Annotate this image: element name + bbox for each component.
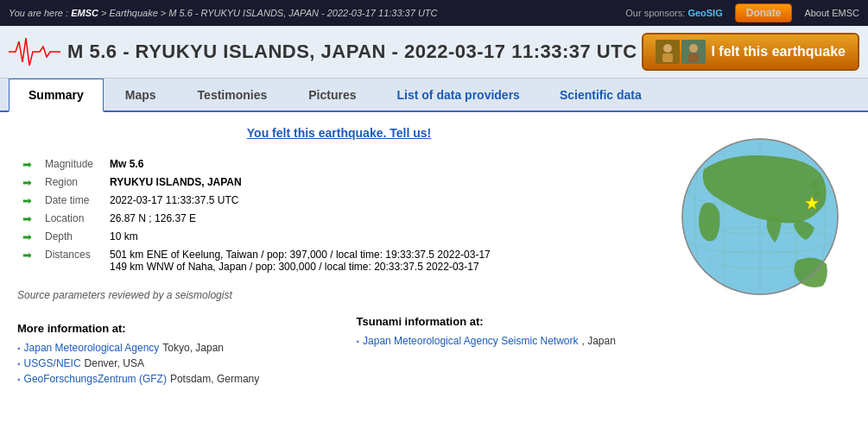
svg-point-1 — [663, 44, 672, 53]
list-item: Japan Meteorological Agency Seismic Netw… — [357, 335, 662, 347]
table-row: Date time 2022-03-17 11:33:37.5 UTC — [17, 192, 496, 210]
topbar-right: Our sponsors: GeoSIG Donate About EMSC — [625, 3, 859, 22]
tab-pictures[interactable]: Pictures — [288, 79, 376, 110]
title-left: M 5.6 - RYUKYU ISLANDS, JAPAN - 2022-03-… — [9, 35, 637, 69]
tab-scientific-data[interactable]: Scientific data — [541, 79, 661, 110]
field-value-depth: 10 km — [105, 228, 496, 246]
gfz-link[interactable]: GeoForschungsZentrum (GFZ) — [24, 373, 167, 385]
breadcrumb-event: M 5.6 - RYUKYU ISLANDS, JAPAN - 2022-03-… — [168, 8, 437, 18]
seismograph-icon — [9, 35, 60, 69]
arrow-icon — [17, 246, 40, 275]
seismologist-note: Source parameters reviewed by a seismolo… — [17, 289, 661, 301]
gfz-suffix: Potsdam, Germany — [170, 373, 259, 385]
jma-link[interactable]: Japan Meteorological Agency — [24, 342, 160, 354]
topbar: You are here : EMSC > Earthquake > M 5.6… — [0, 0, 868, 26]
page-title: M 5.6 - RYUKYU ISLANDS, JAPAN - 2022-03-… — [67, 41, 637, 63]
tab-maps[interactable]: Maps — [105, 79, 176, 110]
usgs-suffix: Denver, USA — [85, 357, 144, 369]
about-emsc-link[interactable]: About EMSC — [804, 8, 859, 18]
content-area: You felt this earthquake. Tell us! Magni… — [0, 112, 868, 402]
more-info-section: More information at: Japan Meteorologica… — [17, 322, 322, 388]
tsunami-list: Japan Meteorological Agency Seismic Netw… — [357, 335, 662, 347]
arrow-icon — [17, 155, 40, 173]
arrow-icon — [17, 173, 40, 192]
content-right — [678, 126, 851, 388]
arrow-icon — [17, 210, 40, 228]
table-row: Location 26.87 N ; 126.37 E — [17, 210, 496, 228]
donate-button[interactable]: Donate — [735, 3, 793, 22]
more-info-list: Japan Meteorological Agency Tokyo, Japan… — [17, 342, 322, 385]
table-row: Depth 10 km — [17, 228, 496, 246]
field-value-location: 26.87 N ; 126.37 E — [105, 210, 496, 228]
field-value-distances: 501 km ENE of Keelung, Taiwan / pop: 397… — [105, 246, 496, 275]
felt-earthquake-button[interactable]: I felt this earthquake — [642, 33, 859, 71]
breadcrumb-sep2: > — [161, 8, 168, 18]
felt-image-1 — [656, 40, 680, 64]
field-value-magnitude: Mw 5.6 — [105, 155, 496, 173]
svg-rect-5 — [688, 54, 699, 62]
tsunami-section: Tsunami information at: Japan Meteorolog… — [357, 315, 662, 388]
tab-data-providers[interactable]: List of data providers — [378, 79, 539, 110]
table-row: Region RYUKYU ISLANDS, JAPAN — [17, 173, 496, 192]
breadcrumb-sep1: > — [101, 8, 109, 18]
breadcrumb-emsc: EMSC — [71, 8, 98, 18]
field-label-distances: Distances — [40, 246, 105, 275]
arrow-icon — [17, 192, 40, 210]
field-value-region: RYUKYU ISLANDS, JAPAN — [105, 173, 496, 192]
tab-testimonies[interactable]: Testimonies — [178, 79, 288, 110]
table-row: Distances 501 km ENE of Keelung, Taiwan … — [17, 246, 496, 275]
globe-map — [678, 135, 842, 299]
svg-point-4 — [689, 44, 698, 53]
jma-seismic-link[interactable]: Japan Meteorological Agency Seismic Netw… — [363, 335, 578, 347]
field-label-region: Region — [40, 173, 105, 192]
field-label-magnitude: Magnitude — [40, 155, 105, 173]
breadcrumb-prefix: You are here : — [9, 8, 68, 18]
list-item: GeoForschungsZentrum (GFZ) Potsdam, Germ… — [17, 373, 322, 385]
felt-earthquake-link[interactable]: You felt this earthquake. Tell us! — [17, 126, 661, 140]
more-info-grid: More information at: Japan Meteorologica… — [17, 315, 661, 388]
felt-image-2 — [681, 40, 706, 64]
field-value-datetime: 2022-03-17 11:33:37.5 UTC — [105, 192, 496, 210]
more-info-heading: More information at: — [17, 322, 322, 335]
svg-rect-2 — [662, 54, 673, 62]
jma-suffix: Tokyo, Japan — [162, 342, 224, 354]
geosig-link[interactable]: GeoSIG — [687, 8, 722, 18]
field-label-datetime: Date time — [40, 192, 105, 210]
table-row: Magnitude Mw 5.6 — [17, 155, 496, 173]
tabs: Summary Maps Testimonies Pictures List o… — [0, 79, 868, 112]
titlebar: M 5.6 - RYUKYU ISLANDS, JAPAN - 2022-03-… — [0, 26, 868, 79]
felt-images — [656, 40, 706, 64]
earthquake-info-table: Magnitude Mw 5.6 Region RYUKYU ISLANDS, … — [17, 155, 496, 275]
breadcrumb: You are here : EMSC > Earthquake > M 5.6… — [9, 8, 438, 18]
field-label-location: Location — [40, 210, 105, 228]
felt-button-label: I felt this earthquake — [711, 44, 846, 60]
jma-seismic-suffix: , Japan — [582, 335, 616, 347]
tsunami-heading: Tsunami information at: — [357, 315, 662, 328]
content-left: You felt this earthquake. Tell us! Magni… — [17, 126, 661, 388]
usgs-link[interactable]: USGS/NEIC — [24, 357, 81, 369]
sponsors-label: Our sponsors: GeoSIG — [625, 8, 723, 18]
breadcrumb-earthquake-link[interactable]: Earthquake — [110, 8, 158, 18]
arrow-icon — [17, 228, 40, 246]
list-item: Japan Meteorological Agency Tokyo, Japan — [17, 342, 322, 354]
tab-summary[interactable]: Summary — [9, 79, 104, 112]
list-item: USGS/NEIC Denver, USA — [17, 357, 322, 369]
field-label-depth: Depth — [40, 228, 105, 246]
